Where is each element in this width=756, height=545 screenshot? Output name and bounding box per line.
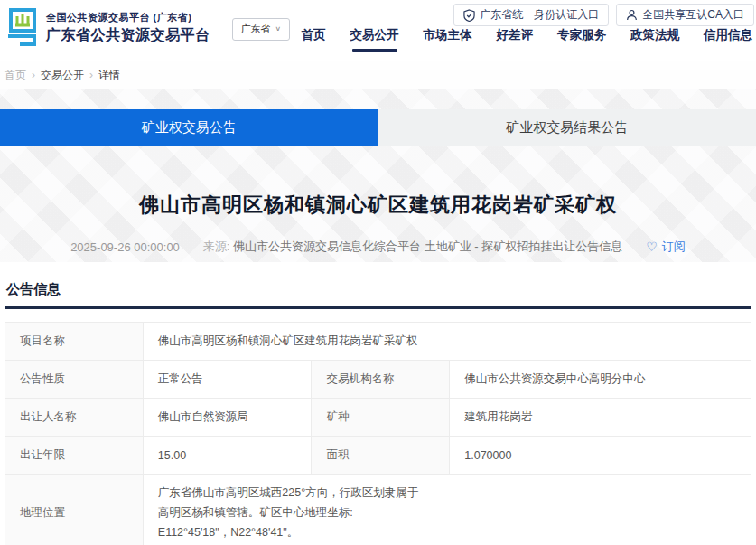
tab-mining-rights-announcement[interactable]: 矿业权交易公告 <box>0 109 378 146</box>
breadcrumb-home[interactable]: 首页 <box>5 68 26 83</box>
chevron-down-icon: ∨ <box>275 25 282 33</box>
identity-auth-entry-button[interactable]: 广东省统一身份认证入口 <box>453 4 609 26</box>
field-label-transferor-name: 出让人名称 <box>5 399 144 437</box>
source-value: 佛山市公共资源交易信息化综合平台 土地矿业 - 探矿权招拍挂出让公告信息 <box>233 240 622 253</box>
announcement-meta: 2025-09-26 00:00:00 来源: 佛山市公共资源交易信息化综合平台… <box>0 239 756 255</box>
field-label-mineral-type: 矿种 <box>312 399 450 437</box>
field-label-transfer-years: 出让年限 <box>5 437 144 475</box>
field-label-area: 面积 <box>312 437 450 475</box>
region-selector[interactable]: 广东省 ∨ <box>232 18 291 41</box>
table-row: 地理位置 广东省佛山市高明区城西225°方向，行政区划隶属于 高明区杨和镇管辖。… <box>5 475 751 545</box>
source-line: 来源: 佛山市公共资源交易信息化综合平台 土地矿业 - 探矿权招拍挂出让公告信息 <box>203 239 622 255</box>
site-logo-icon[interactable] <box>7 7 38 49</box>
announcement-banner: 矿业权交易公告 矿业权交易结果公告 佛山市高明区杨和镇洞心矿区建筑用花岗岩矿采矿… <box>0 89 756 262</box>
field-value-transfer-years: 15.00 <box>143 437 312 475</box>
field-label-geographic-location: 地理位置 <box>5 475 144 545</box>
breadcrumb-separator-icon: › <box>89 69 93 81</box>
field-value-project-name: 佛山市高明区杨和镇洞心矿区建筑用花岗岩矿采矿权 <box>143 323 751 361</box>
content-area: 公告信息 项目名称 佛山市高明区杨和镇洞心矿区建筑用花岗岩矿采矿权 公告性质 正… <box>0 262 756 545</box>
publish-date: 2025-09-26 00:00:00 <box>70 240 180 254</box>
subscribe-button[interactable]: ♡ 订阅 <box>646 239 686 255</box>
field-value-announcement-nature: 正常公告 <box>143 361 312 399</box>
brand: 全国公共资源交易平台 (广东省) 广东省公共资源交易平台 广东省 ∨ <box>7 7 290 49</box>
breadcrumb-separator-icon: › <box>32 69 35 81</box>
field-value-transferor-name: 佛山市自然资源局 <box>143 399 312 437</box>
field-value-mineral-type: 建筑用花岗岩 <box>450 399 751 437</box>
nav-item-trade-disclosure[interactable]: 交易公开 <box>350 27 399 52</box>
subscribe-label: 订阅 <box>662 239 686 255</box>
brand-title-national: 全国公共资源交易平台 (广东省) <box>46 12 210 24</box>
announcement-info-table: 项目名称 佛山市高明区杨和镇洞心矿区建筑用花岗岩矿采矿权 公告性质 正常公告 交… <box>5 322 751 545</box>
field-value-area: 1.070000 <box>450 437 751 475</box>
region-selector-label: 广东省 <box>241 23 271 36</box>
tab-mining-rights-result-announcement[interactable]: 矿业权交易结果公告 <box>378 109 756 146</box>
nav-item-reviews[interactable]: 好差评 <box>497 27 534 52</box>
breadcrumb-current-detail: 详情 <box>98 68 120 83</box>
heart-icon: ♡ <box>646 240 658 253</box>
nav-item-home[interactable]: 首页 <box>302 27 326 52</box>
announcement-title: 佛山市高明区杨和镇洞心矿区建筑用花岗岩矿采矿权 <box>0 192 756 219</box>
ca-entry-label: 全国共享互认CA入口 <box>642 7 744 23</box>
table-row: 出让人名称 佛山市自然资源局 矿种 建筑用花岗岩 <box>5 399 751 437</box>
field-value-geographic-location: 广东省佛山市高明区城西225°方向，行政区划隶属于 高明区杨和镇管辖。矿区中心地… <box>143 475 751 545</box>
nav-item-market-entities[interactable]: 市场主体 <box>424 27 472 52</box>
nav-item-credit-info[interactable]: 信用信息 <box>704 27 752 52</box>
announcement-tabs: 矿业权交易公告 矿业权交易结果公告 <box>0 109 756 146</box>
nav-item-policies[interactable]: 政策法规 <box>630 27 679 52</box>
table-row: 项目名称 佛山市高明区杨和镇洞心矿区建筑用花岗岩矿采矿权 <box>5 323 751 361</box>
main-nav: 首页 交易公开 市场主体 好差评 专家服务 政策法规 信用信息 <box>302 27 753 52</box>
section-title-announcement-info: 公告信息 <box>5 262 751 309</box>
field-value-trading-institution: 佛山市公共资源交易中心高明分中心 <box>450 361 751 399</box>
table-row: 出让年限 15.00 面积 1.070000 <box>5 437 751 475</box>
ca-entry-button[interactable]: 全国共享互认CA入口 <box>616 4 754 26</box>
identity-auth-entry-label: 广东省统一身份认证入口 <box>480 7 599 23</box>
field-label-project-name: 项目名称 <box>5 323 144 361</box>
shield-icon <box>463 9 475 22</box>
site-header: 全国公共资源交易平台 (广东省) 广东省公共资源交易平台 广东省 ∨ 广东省统一… <box>0 0 756 61</box>
breadcrumb: 首页 › 交易公开 › 详情 <box>0 61 756 89</box>
nav-item-expert-services[interactable]: 专家服务 <box>557 27 606 52</box>
breadcrumb-trade-disclosure[interactable]: 交易公开 <box>41 68 84 83</box>
auth-buttons: 广东省统一身份认证入口 全国共享互认CA入口 <box>453 4 754 26</box>
field-label-trading-institution: 交易机构名称 <box>312 361 450 399</box>
table-row: 公告性质 正常公告 交易机构名称 佛山市公共资源交易中心高明分中心 <box>5 361 751 399</box>
source-label: 来源: <box>203 240 230 253</box>
brand-text: 全国公共资源交易平台 (广东省) 广东省公共资源交易平台 <box>46 12 210 44</box>
person-icon <box>626 9 638 21</box>
field-label-announcement-nature: 公告性质 <box>5 361 144 399</box>
brand-title-provincial: 广东省公共资源交易平台 <box>46 26 210 44</box>
